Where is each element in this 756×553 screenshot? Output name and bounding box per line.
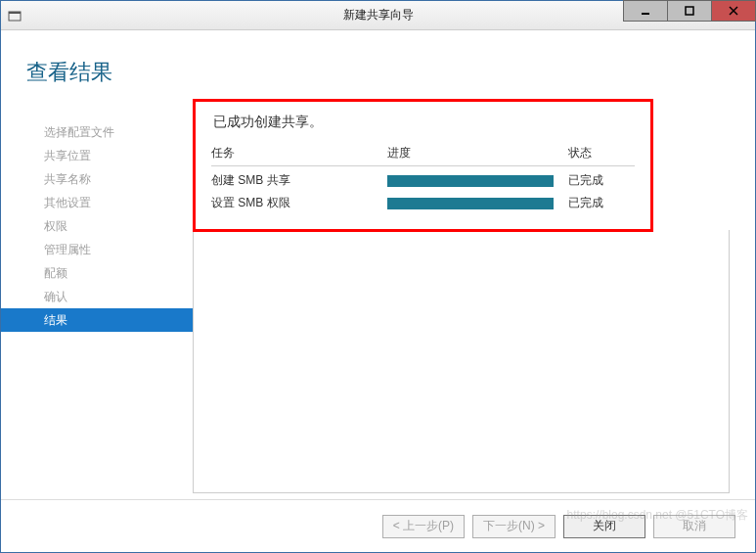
column-header-status[interactable]: 状态: [568, 145, 635, 161]
table-row: 设置 SMB 权限 已完成: [211, 189, 635, 211]
titlebar: 新建共享向导: [1, 1, 755, 30]
sidebar-item-confirm: 确认: [1, 285, 193, 308]
svg-rect-3: [686, 7, 693, 15]
content-area: 查看结果 选择配置文件 共享位置 共享名称 其他设置 权限 管理属性 配额 确认…: [1, 30, 755, 499]
sidebar-item-sharename: 共享名称: [1, 167, 193, 191]
sidebar-item-other: 其他设置: [1, 191, 193, 214]
task-cell: 创建 SMB 共享: [211, 172, 387, 189]
close-wizard-button[interactable]: 关闭: [563, 515, 645, 538]
progress-bar: [387, 175, 554, 187]
task-table: 任务 进度 状态 创建 SMB 共享 已完成 设置 SMB 权限 已: [211, 145, 635, 211]
column-header-progress[interactable]: 进度: [387, 145, 568, 161]
sidebar: 选择配置文件 共享位置 共享名称 其他设置 权限 管理属性 配额 确认 结果: [1, 116, 193, 497]
footer: < 上一步(P) 下一步(N) > 关闭 取消: [1, 499, 755, 552]
svg-rect-1: [9, 12, 21, 14]
task-table-header: 任务 进度 状态: [211, 145, 635, 166]
wizard-window: 新建共享向导 查看结果 选择配置文件 共享位置 共享名称 其他设置 权限 管理属…: [0, 0, 756, 553]
status-cell: 已完成: [568, 195, 635, 211]
next-button[interactable]: 下一步(N) >: [472, 515, 556, 538]
progress-bar: [387, 198, 554, 209]
progress-cell: [387, 175, 568, 187]
status-cell: 已完成: [568, 172, 635, 189]
sidebar-item-location: 共享位置: [1, 144, 193, 167]
success-message: 已成功创建共享。: [211, 114, 635, 131]
sidebar-item-quota: 配额: [1, 261, 193, 285]
results-frame: [193, 230, 730, 493]
previous-button[interactable]: < 上一步(P): [382, 515, 465, 538]
sidebar-item-management: 管理属性: [1, 238, 193, 261]
close-button[interactable]: [711, 0, 756, 22]
main-panel: 已成功创建共享。 任务 进度 状态 创建 SMB 共享 已完成: [193, 116, 755, 497]
sidebar-item-profile: 选择配置文件: [1, 120, 193, 144]
column-header-task[interactable]: 任务: [211, 145, 387, 161]
cancel-button[interactable]: 取消: [653, 515, 735, 538]
table-row: 创建 SMB 共享 已完成: [211, 166, 635, 189]
results-highlight: 已成功创建共享。 任务 进度 状态 创建 SMB 共享 已完成: [193, 99, 653, 232]
sidebar-item-permissions: 权限: [1, 214, 193, 238]
minimize-button[interactable]: [623, 0, 668, 22]
task-cell: 设置 SMB 权限: [211, 195, 387, 211]
progress-cell: [387, 198, 568, 209]
titlebar-buttons: [623, 1, 755, 29]
app-icon: [7, 8, 22, 23]
body-wrap: 选择配置文件 共享位置 共享名称 其他设置 权限 管理属性 配额 确认 结果 已…: [1, 87, 755, 497]
sidebar-item-results[interactable]: 结果: [1, 308, 193, 332]
window-title: 新建共享向导: [343, 7, 414, 23]
maximize-button[interactable]: [667, 0, 712, 22]
page-title: 查看结果: [1, 30, 755, 87]
